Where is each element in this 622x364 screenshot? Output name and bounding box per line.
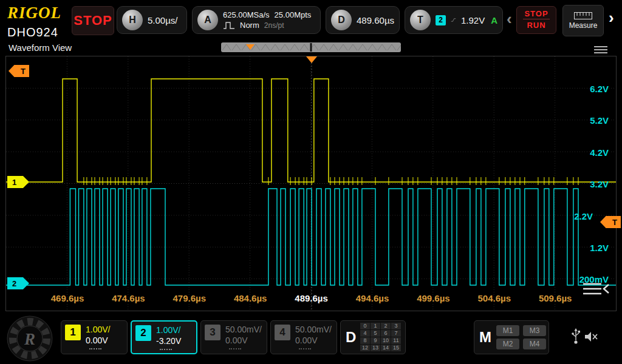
ch1-trace xyxy=(6,79,616,182)
channel3-number-badge: 3 xyxy=(205,325,220,340)
rising-slope-icon xyxy=(451,15,456,25)
menu-icon[interactable] xyxy=(594,44,607,55)
measure-button[interactable]: Measure xyxy=(562,5,604,36)
digital-channel-cell[interactable]: 5 xyxy=(371,330,380,337)
digital-channel-cell[interactable]: 15 xyxy=(391,345,401,351)
digital-channel-cell[interactable]: 7 xyxy=(391,330,401,337)
speaker-mute-icon[interactable] xyxy=(584,331,599,343)
voltage-label: 3.2V xyxy=(590,179,609,189)
digital-channel-cell[interactable]: 14 xyxy=(381,345,391,351)
timebase-value: 5.00µs/ xyxy=(148,15,178,25)
digital-channel-cell[interactable]: 2 xyxy=(381,323,391,329)
voltage-label: 2.2V xyxy=(574,211,593,221)
rigol-gear-logo[interactable]: R xyxy=(6,315,53,364)
horizontal-knob-icon[interactable]: H xyxy=(122,10,143,30)
time-axis-labels: 469.6µs474.6µs479.6µs484.6µs489.6µs494.6… xyxy=(6,293,616,306)
channel1-bw-indicator xyxy=(89,348,101,349)
top-toolbar: RIGOL DHO924 STOP H 5.00µs/ A 625.00MSa/… xyxy=(0,0,622,40)
digital-channel-cell[interactable]: 6 xyxy=(381,330,391,337)
time-label: 499.6µs xyxy=(409,293,457,303)
channel3-scale: 50.00mV/ xyxy=(225,325,262,334)
digital-channel-cell[interactable]: 3 xyxy=(391,323,401,329)
toolbar-scroll-left-icon[interactable]: ‹ xyxy=(507,11,512,27)
trigger-source-badge: 2 xyxy=(436,15,446,25)
digital-channel-cell[interactable]: 11 xyxy=(391,337,401,344)
acquisition-status-label: STOP xyxy=(73,13,112,29)
usb-icon xyxy=(571,328,581,345)
model-name: DHO924 xyxy=(7,25,58,39)
sample-interval-value: 2ns/pt xyxy=(264,21,284,30)
ch1-marker-label: 1 xyxy=(12,178,16,187)
voltage-label: 4.2V xyxy=(590,147,609,158)
time-label: 504.6µs xyxy=(470,293,519,303)
digital-channel-cell[interactable]: 13 xyxy=(371,345,380,351)
waveform-overview-bar[interactable] xyxy=(221,42,401,52)
math-panel-letter: M xyxy=(479,329,491,346)
run-label: RUN xyxy=(517,21,556,30)
digital-channel-grid: 0123456789101112131415 xyxy=(360,323,401,351)
ruler-icon xyxy=(574,12,592,19)
rigol-logo: RIGOL xyxy=(7,4,61,22)
channel3-button[interactable]: 3 50.00mV/ 0.00V xyxy=(200,320,267,354)
digital-channel-cell[interactable]: 9 xyxy=(371,337,380,344)
sample-rate-value: 625.00MSa/s xyxy=(223,10,270,19)
channel1-offset: 0.00V xyxy=(86,335,108,345)
channel4-bw-indicator xyxy=(299,348,311,349)
svg-text:R: R xyxy=(24,330,35,348)
trigger-level-marker-label: T xyxy=(612,218,617,227)
ch1-noise-spikes xyxy=(84,177,578,185)
trigger-knob-icon[interactable]: T xyxy=(410,10,431,30)
math-channels-button[interactable]: M M1M3M2M4 xyxy=(474,320,549,354)
digital-channel-cell[interactable]: 10 xyxy=(381,337,391,344)
expand-menu-icon[interactable] xyxy=(582,281,610,299)
time-label: 469.6µs xyxy=(43,293,92,303)
waveform-display[interactable]: T T 1 2 6.2V5.2V4.2V3.2V2.2V1.2V200mV 46… xyxy=(6,56,616,311)
channel3-bw-indicator xyxy=(229,348,241,349)
overview-trigger-notch xyxy=(310,43,312,52)
memory-depth-value: 25.00Mpts xyxy=(275,10,312,19)
channel1-button[interactable]: 1 1.00V/ 0.00V xyxy=(61,320,128,354)
channel4-button[interactable]: 4 50.00mV/ 0.00V xyxy=(270,320,337,354)
trigger-settings-button[interactable]: T 2 1.92V A xyxy=(405,6,503,34)
math-button-m2[interactable]: M2 xyxy=(496,339,519,349)
math-button-m3[interactable]: M3 xyxy=(523,325,546,336)
waveform-canvas[interactable] xyxy=(6,56,616,311)
time-label: 494.6µs xyxy=(348,293,397,303)
channel4-offset: 0.00V xyxy=(295,335,318,345)
toolbar-scroll-right-icon[interactable]: › xyxy=(609,10,614,25)
channel2-scale: 1.00V/ xyxy=(156,325,180,335)
trigger-level-value: 1.92V xyxy=(461,15,485,25)
digital-channels-button[interactable]: D 0123456789101112131415 xyxy=(340,320,406,354)
trigger-position-value: 489.60µs xyxy=(357,15,394,25)
digital-channel-cell[interactable]: 12 xyxy=(360,345,370,351)
delay-knob-icon[interactable]: D xyxy=(331,10,352,30)
time-label: 484.6µs xyxy=(226,293,275,303)
ch2-marker-label: 2 xyxy=(12,279,16,288)
math-button-m1[interactable]: M1 xyxy=(496,325,519,336)
stop-label: STOP xyxy=(523,9,550,19)
time-label: 479.6µs xyxy=(165,293,214,303)
channel2-button[interactable]: 2 1.00V/ -3.20V xyxy=(131,320,197,354)
voltage-label: 6.2V xyxy=(590,84,609,94)
time-label: 509.6µs xyxy=(531,293,579,303)
channel2-offset: -3.20V xyxy=(156,336,181,346)
stop-run-button[interactable]: STOP RUN xyxy=(516,6,556,34)
digital-channel-cell[interactable]: 0 xyxy=(360,323,370,329)
acquisition-settings-button[interactable]: A 625.00MSa/s 25.00Mpts Norm 2ns/pt xyxy=(192,6,321,34)
horizontal-settings-button[interactable]: H 5.00µs/ xyxy=(117,6,187,34)
digital-panel-letter: D xyxy=(346,329,356,346)
digital-channel-cell[interactable]: 4 xyxy=(360,330,370,337)
delay-settings-button[interactable]: D 489.60µs xyxy=(326,6,400,34)
channel3-offset: 0.00V xyxy=(225,335,248,345)
trigger-sweep-flag: A xyxy=(491,15,497,25)
digital-channel-cell[interactable]: 1 xyxy=(371,323,380,329)
acquisition-knob-icon[interactable]: A xyxy=(197,10,218,30)
channel2-number-badge: 2 xyxy=(135,325,151,341)
channel2-bw-indicator xyxy=(160,349,172,350)
math-channel-grid: M1M3M2M4 xyxy=(496,325,546,349)
acquisition-status-button[interactable]: STOP xyxy=(72,6,114,35)
time-label: 489.6µs xyxy=(287,293,336,303)
digital-channel-cell[interactable]: 8 xyxy=(360,337,370,344)
trigger-position-marker[interactable] xyxy=(306,56,317,63)
math-button-m4[interactable]: M4 xyxy=(523,339,546,349)
